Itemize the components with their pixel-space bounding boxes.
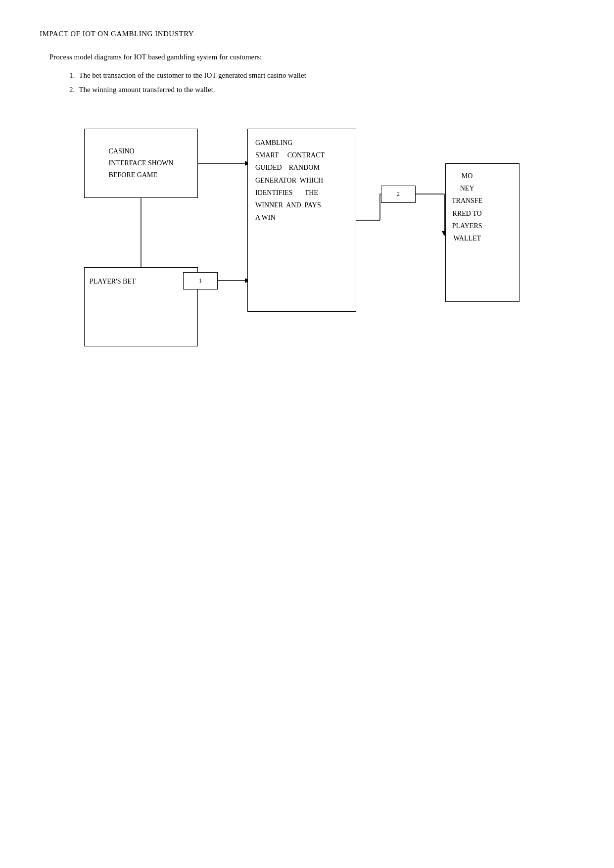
list-number-1: 1. — [69, 71, 75, 80]
players-bet-label: PLAYER'S BET — [85, 273, 197, 290]
gambling-box: GAMBLING SMART CONTRACT GUIDED RANDOM GE… — [247, 129, 356, 312]
list-number-2: 2. — [69, 86, 75, 94]
money-box-content: MO NEY TRANSFE RRED TO PLAYERS WALLET — [452, 170, 482, 244]
list-item-2: 2. The winning amount transferred to the… — [69, 86, 574, 94]
casino-line1: CASINO — [109, 145, 174, 157]
gambling-text-gambling: GAMBLING — [255, 139, 292, 146]
intro-text: Process model diagrams for IOT based gam… — [49, 53, 574, 61]
list-item-1: 1. The bet transaction of the customer t… — [69, 71, 574, 80]
money-line6: WALLET — [453, 235, 481, 242]
gambling-text-identifies-the: IDENTIFIES THE — [255, 189, 318, 196]
gambling-text-winner-pays: WINNER AND PAYS — [255, 201, 321, 209]
money-line3: TRANSFE — [452, 197, 482, 204]
gambling-text-guided-random: GUIDED RANDOM — [255, 164, 320, 171]
casino-line2: INTERFACE SHOWN — [109, 157, 174, 169]
money-box: MO NEY TRANSFE RRED TO PLAYERS WALLET — [445, 163, 520, 302]
money-line4: RRED TO — [453, 210, 482, 217]
list-text-1: The bet transaction of the customer to t… — [79, 71, 306, 80]
page-title: IMPACT OF IOT ON GAMBLING INDUSTRY — [40, 30, 574, 38]
casino-line3: BEFORE GAME — [109, 169, 174, 181]
casino-box: CASINO INTERFACE SHOWN BEFORE GAME — [84, 129, 198, 198]
money-line1: MO — [462, 172, 473, 180]
small-box-1: 1 — [183, 272, 218, 289]
gambling-box-content: GAMBLING SMART CONTRACT GUIDED RANDOM GE… — [255, 137, 348, 224]
list-text-2: The winning amount transferred to the wa… — [79, 86, 215, 94]
small-box-1-label: 1 — [199, 277, 202, 285]
casino-box-content: CASINO INTERFACE SHOWN BEFORE GAME — [104, 141, 179, 186]
gambling-text-smart-contract: SMART CONTRACT — [255, 151, 325, 159]
small-box-2-label: 2 — [397, 191, 400, 198]
players-bet-box: PLAYER'S BET — [84, 267, 198, 346]
gambling-text-generator-which: GENERATOR WHICH — [255, 177, 323, 184]
gambling-text-a-win: A WIN — [255, 214, 276, 221]
small-box-2: 2 — [381, 186, 416, 203]
money-line2: NEY — [460, 185, 474, 192]
money-line5: PLAYERS — [452, 222, 482, 230]
diagram-area: CASINO INTERFACE SHOWN BEFORE GAME GAMBL… — [40, 114, 574, 391]
